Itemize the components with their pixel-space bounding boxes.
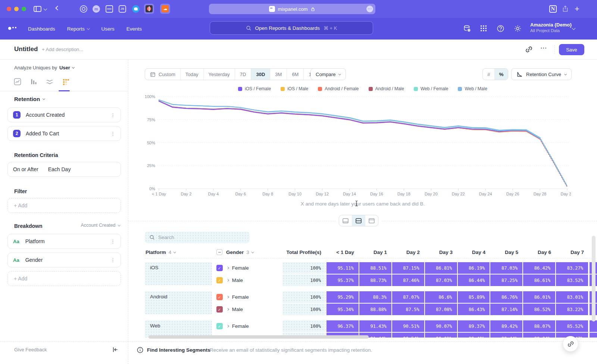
apps-grid-icon[interactable] [479, 24, 488, 32]
series-checkbox[interactable]: ✓ [216, 306, 223, 313]
save-button[interactable]: Save [559, 44, 584, 55]
series-solid-web-female[interactable] [159, 100, 540, 138]
range-6m[interactable]: 6M [287, 69, 303, 80]
kebab-menu-icon[interactable]: ⋮ [110, 131, 115, 136]
address-bar[interactable]: mixpanel.com ⋯ [209, 4, 375, 14]
compare-button[interactable]: Compare [310, 68, 346, 80]
chevron-right-icon[interactable] [226, 325, 229, 327]
gender-cell[interactable]: ✓Male [212, 274, 280, 286]
retention-criteria-card[interactable]: On or After Each Day [7, 162, 121, 177]
close-window-button[interactable] [7, 7, 11, 11]
retention-value-cell[interactable]: 90.54% [392, 333, 424, 338]
retention-value-cell[interactable]: 86.52% [523, 304, 555, 315]
more-actions-icon[interactable]: ⋯ [540, 44, 547, 52]
retention-value-cell[interactable]: 88.88% [359, 304, 391, 315]
chevron-right-icon[interactable] [226, 279, 229, 282]
add-description[interactable]: + Add description... [42, 47, 83, 52]
retention-value-cell[interactable]: 90.01% [425, 333, 457, 338]
page-actions-icon[interactable]: ⋯ [366, 6, 373, 12]
mixpanel-logo[interactable] [8, 27, 16, 30]
retention-value-cell[interactable]: 86.01% [523, 291, 555, 303]
column-platform[interactable]: Platform 4 [145, 250, 212, 255]
gender-cell[interactable]: ✓Female [212, 262, 280, 274]
kebab-menu-icon[interactable]: ⋮ [110, 239, 115, 244]
legend-item[interactable]: Android / Male [369, 86, 404, 91]
range-today[interactable]: Today [180, 69, 203, 80]
column-day6[interactable]: Day 6 [523, 250, 556, 255]
retention-value-cell[interactable]: 95.29% [326, 291, 359, 303]
retention-value-cell[interactable]: 86.44% [458, 274, 490, 286]
column-day7[interactable]: Day 7 [556, 250, 589, 255]
nav-link-events[interactable]: Events [126, 26, 142, 32]
criteria-on-or-after[interactable]: On or After [13, 166, 38, 172]
column-1day[interactable]: < 1 Day [326, 250, 359, 255]
nav-link-users[interactable]: Users [101, 26, 115, 32]
retention-value-cell[interactable]: 86.81% [425, 262, 457, 274]
series-checkbox[interactable]: ✓ [216, 277, 223, 283]
extension-m-icon[interactable]: m [93, 5, 100, 13]
new-tab-icon[interactable]: + [575, 5, 579, 13]
legend-item[interactable]: iOS / Male [281, 86, 308, 91]
retention-value-cell[interactable]: 86.19% [458, 262, 490, 274]
gender-cell[interactable]: ✓Male [212, 304, 280, 315]
analyze-uniques-row[interactable]: Analyze Uniques by User [14, 65, 74, 70]
retention-value-cell[interactable]: 88.73% [359, 274, 391, 286]
tab-funnels[interactable] [29, 78, 38, 86]
extension-cube-icon[interactable] [106, 5, 113, 13]
range-custom[interactable]: Custom [145, 69, 180, 80]
retention-value-cell[interactable]: 83.22% [556, 304, 588, 315]
layout-chart-focus[interactable] [339, 215, 352, 226]
retention-value-cell[interactable]: 83.01% [556, 291, 588, 303]
retention-value-cell[interactable]: 90.51% [392, 320, 424, 332]
chevron-right-icon[interactable] [226, 296, 229, 298]
global-search[interactable]: Open Reports & Dashboards ⌘ + K [210, 21, 373, 35]
retention-value-cell[interactable]: 86.42% [523, 262, 555, 274]
browser-sidebar-icon[interactable] [34, 6, 41, 12]
column-day2[interactable]: Day 2 [392, 250, 425, 255]
share-icon[interactable] [562, 5, 569, 12]
chevron-right-icon[interactable] [226, 308, 229, 311]
retention-section-heading[interactable]: Retention [14, 96, 45, 102]
legend-item[interactable]: Web / Male [458, 86, 487, 91]
criteria-each-day[interactable]: Each Day [48, 166, 71, 172]
retention-value-cell[interactable]: 95.34% [326, 304, 359, 315]
retention-value-cell[interactable]: 87.08% [425, 304, 457, 315]
column-day5[interactable]: Day 5 [490, 250, 523, 255]
range-30d[interactable]: 30D [251, 69, 270, 80]
report-title[interactable]: Untitled [14, 46, 38, 53]
chart-type-selector[interactable]: Retention Curve [511, 68, 572, 80]
series-checkbox[interactable]: ✓ [216, 265, 223, 271]
column-day4[interactable]: Day 4 [457, 250, 490, 255]
column-gender[interactable]: Gender 3 [212, 249, 280, 255]
gender-cell[interactable]: ✓Female [212, 291, 280, 303]
retention-value-cell[interactable]: 89.42% [490, 320, 522, 332]
retention-value-cell[interactable]: 87.14% [490, 304, 522, 315]
extension-dark-tile-icon[interactable] [144, 4, 154, 14]
retention-value-cell[interactable]: 86.61% [523, 274, 555, 286]
minimize-window-button[interactable] [14, 7, 19, 11]
notion-icon[interactable]: N [549, 5, 557, 13]
retention-value-cell[interactable]: 86.6% [425, 291, 457, 303]
zoom-window-button[interactable] [22, 7, 26, 11]
collapse-sidebar-icon[interactable] [112, 346, 118, 353]
retention-value-cell[interactable]: 95.37% [326, 274, 359, 286]
breakdown-card-gender[interactable]: AaGender⋮ [7, 252, 121, 267]
retention-value-cell[interactable]: 86.43% [458, 304, 490, 315]
breakdown-scope-selector[interactable]: Account Created [81, 223, 120, 228]
retention-value-cell[interactable]: 89.48% [458, 333, 490, 338]
retention-value-cell[interactable]: 87.03% [425, 274, 457, 286]
help-icon[interactable] [496, 24, 505, 33]
retention-value-cell[interactable]: 83.27% [556, 262, 588, 274]
retention-value-cell[interactable]: 88.3% [359, 291, 391, 303]
gender-cell[interactable]: ✓Female [212, 320, 280, 332]
find-interesting-segments-link[interactable]: Find Interesting Segments [147, 347, 210, 353]
step-card-added-to-cart[interactable]: 2Added To Cart⋮ [7, 126, 121, 141]
nav-link-reports[interactable]: Reports [67, 26, 90, 32]
retention-value-cell[interactable]: 85.89% [458, 291, 490, 303]
tab-insights[interactable] [13, 78, 22, 86]
series-solid-web-male[interactable] [159, 100, 540, 138]
tab-flows[interactable] [46, 78, 54, 86]
kebab-menu-icon[interactable]: ⋮ [110, 257, 115, 263]
vertical-scrollbar[interactable] [592, 236, 596, 321]
horizontal-scrollbar[interactable] [149, 335, 369, 339]
